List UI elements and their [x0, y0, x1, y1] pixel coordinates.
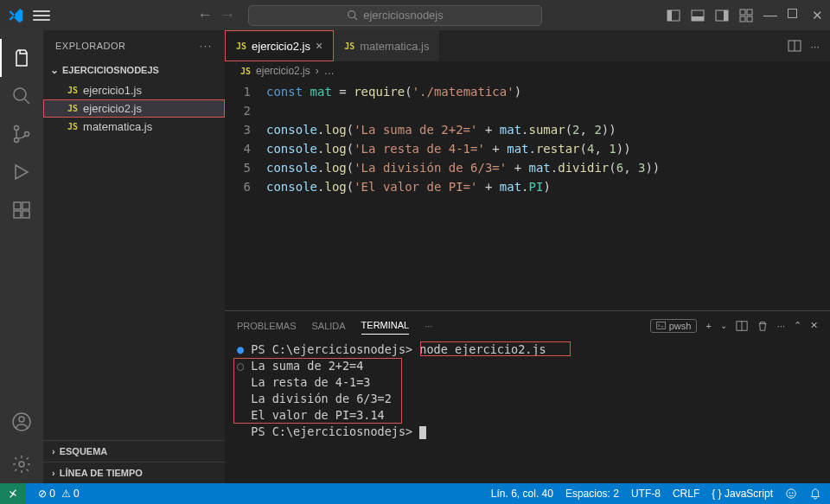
terminal-cursor	[419, 426, 426, 439]
panel-tab-problems[interactable]: PROBLEMAS	[237, 317, 296, 335]
js-file-icon: JS	[67, 104, 78, 113]
file-label: matematica.js	[83, 120, 152, 133]
svg-point-24	[19, 462, 24, 467]
file-label: ejercicio2.js	[83, 102, 142, 115]
svg-point-16	[15, 138, 19, 143]
svg-line-1	[354, 17, 357, 20]
bottom-panel: PROBLEMAS SALIDA TERMINAL ··· pwsh + ⌄ ·…	[225, 310, 830, 483]
layout-bottom-icon[interactable]	[691, 9, 705, 22]
svg-point-15	[15, 126, 19, 131]
prompt: PS C:\ejerciciosnodejs>	[251, 342, 412, 356]
code-editor[interactable]: 123456 const mat = require('./matematica…	[225, 80, 830, 310]
status-encoding[interactable]: UTF-8	[631, 488, 661, 500]
activity-account[interactable]	[0, 403, 43, 441]
svg-rect-10	[740, 16, 745, 22]
explorer-sidebar: EXPLORADOR ··· ⌄ EJERCICIOSNODEJS JS eje…	[43, 30, 225, 483]
panel-tab-more[interactable]: ···	[425, 317, 432, 335]
activity-extensions[interactable]	[0, 191, 43, 229]
svg-rect-9	[747, 10, 752, 15]
line-gutter: 123456	[225, 82, 266, 310]
status-spaces[interactable]: Espacios: 2	[565, 488, 619, 500]
terminal-icon	[656, 321, 666, 330]
annotation-box	[233, 358, 402, 424]
tab-close-button[interactable]: ×	[316, 39, 322, 53]
window-minimize-button[interactable]: —	[763, 8, 777, 23]
breadcrumb[interactable]: JS ejercicio2.js › …	[225, 61, 830, 80]
file-item-matematica[interactable]: JS matematica.js	[43, 118, 225, 136]
panel-tab-terminal[interactable]: TERMINAL	[361, 316, 410, 335]
panel-close-button[interactable]: ✕	[810, 320, 818, 331]
svg-rect-3	[667, 10, 672, 21]
tab-matematica[interactable]: JS matematica.js	[334, 30, 440, 61]
layout-customize-icon[interactable]	[739, 9, 753, 22]
timeline-label: LÍNEA DE TIEMPO	[60, 468, 143, 478]
terminal-new-button[interactable]: +	[706, 321, 711, 331]
svg-point-23	[19, 417, 24, 422]
explorer-title: EXPLORADOR	[55, 41, 125, 51]
terminal-shell-selector[interactable]: pwsh	[650, 319, 698, 333]
nav-forward-button[interactable]: →	[220, 6, 235, 24]
vscode-logo-icon	[7, 7, 24, 24]
activity-settings[interactable]	[0, 445, 43, 483]
activity-explorer[interactable]	[0, 39, 43, 77]
panel-maximize-button[interactable]: ⌃	[794, 320, 801, 331]
split-editor-icon[interactable]	[788, 39, 801, 53]
terminal-split-icon[interactable]	[736, 320, 748, 332]
status-language[interactable]: { } JavaScript	[712, 488, 773, 500]
tab-label: matematica.js	[360, 40, 429, 53]
svg-rect-7	[724, 10, 728, 21]
window-close-button[interactable]: ✕	[812, 8, 823, 23]
svg-rect-11	[747, 16, 752, 22]
command-center[interactable]: ejerciciosnodejs	[248, 5, 542, 26]
svg-point-30	[787, 489, 796, 499]
code-content: const mat = require('./matematica') cons…	[266, 82, 830, 310]
status-problems[interactable]: ⊘ 0 ⚠ 0	[38, 488, 80, 500]
status-notifications-icon[interactable]	[809, 488, 821, 500]
layout-right-icon[interactable]	[715, 9, 729, 22]
svg-point-17	[25, 132, 29, 137]
breadcrumb-more: …	[324, 65, 335, 77]
tab-label: ejercicio2.js	[252, 40, 310, 53]
svg-point-31	[789, 493, 790, 494]
terminal-dropdown-button[interactable]: ⌄	[720, 321, 727, 330]
file-item-ejercicio1[interactable]: JS ejercicio1.js	[43, 81, 225, 99]
file-item-ejercicio2[interactable]: JS ejercicio2.js	[43, 99, 225, 118]
status-eol[interactable]: CRLF	[673, 488, 699, 500]
activity-run-debug[interactable]	[0, 153, 43, 191]
editor-more-button[interactable]: ···	[810, 40, 820, 53]
activity-source-control[interactable]	[0, 115, 43, 153]
js-file-icon: JS	[240, 67, 251, 76]
annotation-box	[420, 341, 571, 356]
activity-search[interactable]	[0, 77, 43, 115]
status-cursor-position[interactable]: Lín. 6, col. 40	[491, 488, 553, 500]
terminal-more-button[interactable]: ···	[777, 321, 785, 331]
folder-header[interactable]: ⌄ EJERCICIOSNODEJS	[43, 61, 225, 80]
js-file-icon: JS	[67, 122, 78, 131]
title-bar: ← → ejerciciosnodejs — ✕	[0, 0, 830, 30]
search-placeholder: ejerciciosnodejs	[363, 9, 444, 22]
svg-rect-8	[740, 10, 745, 15]
search-icon	[347, 10, 358, 21]
svg-point-13	[14, 88, 26, 100]
window-maximize-button[interactable]	[788, 9, 801, 22]
svg-rect-19	[22, 202, 29, 209]
app-menu-button[interactable]	[33, 10, 50, 21]
nav-back-button[interactable]: ←	[197, 6, 213, 24]
svg-point-32	[792, 493, 793, 494]
terminal-kill-icon[interactable]	[757, 320, 769, 332]
breadcrumb-sep: ›	[316, 65, 319, 77]
outline-section-header[interactable]: ›ESQUEMA	[43, 441, 225, 462]
panel-tab-output[interactable]: SALIDA	[311, 317, 345, 335]
explorer-more-button[interactable]: ···	[200, 41, 213, 51]
status-feedback-icon[interactable]	[785, 488, 797, 500]
terminal-content[interactable]: ● PS C:\ejerciciosnodejs> node ejercicio…	[225, 340, 830, 442]
timeline-section-header[interactable]: ›LÍNEA DE TIEMPO	[43, 462, 225, 483]
svg-rect-18	[14, 202, 21, 209]
folder-name: EJERCICIOSNODEJS	[62, 65, 159, 75]
tab-ejercicio2[interactable]: JS ejercicio2.js ×	[225, 30, 334, 61]
layout-left-icon[interactable]	[667, 9, 680, 22]
remote-button[interactable]	[0, 483, 26, 504]
editor-tabs: JS ejercicio2.js × JS matematica.js ···	[225, 30, 830, 61]
svg-rect-21	[22, 211, 29, 218]
svg-rect-20	[14, 211, 21, 218]
